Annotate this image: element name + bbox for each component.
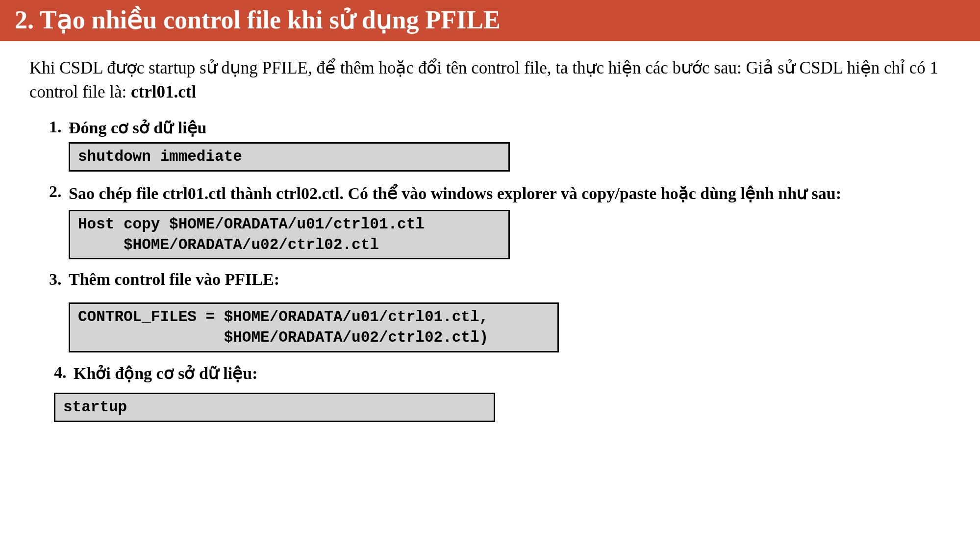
step-4-code: startup [54, 393, 495, 422]
step-1-number: 1. [49, 118, 69, 137]
step-2-title: Sao chép file ctrl01.ctl thành ctrl02.ct… [69, 182, 951, 205]
step-3-heading: 3. Thêm control file vào PFILE: [49, 270, 951, 289]
step-2-code: Host copy $HOME/ORADATA/u01/ctrl01.ctl $… [69, 210, 510, 260]
step-4-number: 4. [54, 363, 74, 383]
slide-title: 2. Tạo nhiều control file khi sử dụng PF… [15, 6, 501, 34]
step-1-heading: 1. Đóng cơ sở dữ liệu [49, 118, 951, 137]
step-2-number: 2. [49, 182, 69, 205]
step-2-heading: 2. Sao chép file ctrl01.ctl thành ctrl02… [49, 182, 951, 205]
step-list: 1. Đóng cơ sở dữ liệu shutdown immediate… [29, 118, 951, 431]
step-4-title: Khởi động cơ sở dữ liệu: [74, 363, 951, 383]
intro-paragraph: Khi CSDL được startup sử dụng PFILE, để … [29, 56, 951, 104]
slide-content: Khi CSDL được startup sử dụng PFILE, để … [0, 41, 980, 441]
step-1-code: shutdown immediate [69, 142, 510, 172]
step-1-title: Đóng cơ sở dữ liệu [69, 118, 951, 137]
step-3-code: CONTROL_FILES = $HOME/ORADATA/u01/ctrl01… [69, 302, 559, 352]
slide-header: 2. Tạo nhiều control file khi sử dụng PF… [0, 0, 980, 41]
step-3-number: 3. [49, 270, 69, 289]
step-3-title: Thêm control file vào PFILE: [69, 270, 951, 289]
step-4-heading: 4. Khởi động cơ sở dữ liệu: [54, 363, 951, 383]
intro-text-bold: ctrl01.ctl [131, 82, 196, 101]
